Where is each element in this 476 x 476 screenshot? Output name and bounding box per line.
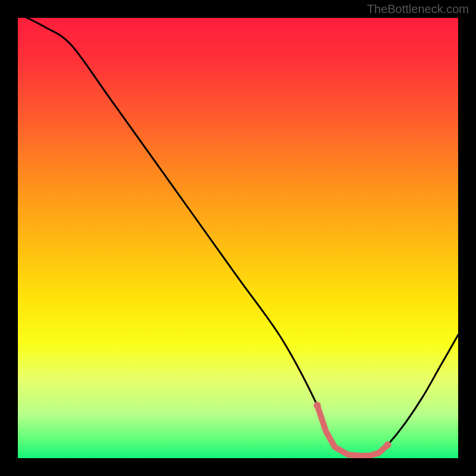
watermark-text: TheBottleneck.com xyxy=(367,2,469,16)
chart-container xyxy=(18,18,458,458)
chart-gradient-background xyxy=(18,18,458,458)
